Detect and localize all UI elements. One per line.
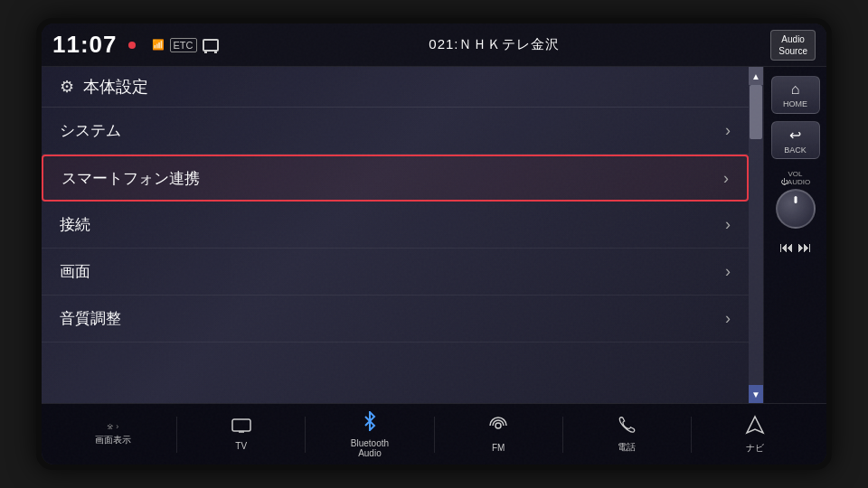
bluetooth-icon — [362, 411, 378, 436]
fm-label: FM — [492, 443, 505, 453]
phone-icon — [618, 416, 636, 438]
right-sidebar: ⌂ HOME ↩ BACK VOL ⏻AUDIO ⏮ ⏭ — [763, 67, 826, 403]
chevron-right-icon: › — [725, 215, 731, 234]
media-controls: ⏮ ⏭ — [779, 239, 812, 256]
bottom-nav: ※ › 画面表示 TV Bluetooth Audio — [42, 403, 826, 465]
back-button[interactable]: ↩ BACK — [771, 121, 820, 159]
car-display-frame: 11:07 📶 ETC 021:ＮＨＫテレ金沢 Audio Source ⚙ 本… — [36, 18, 832, 470]
bluetooth-audio-label: Bluetooth Audio — [351, 438, 389, 458]
scroll-down-button[interactable]: ▼ — [749, 385, 763, 403]
scroll-up-button[interactable]: ▲ — [749, 67, 763, 85]
svg-rect-0 — [232, 419, 250, 431]
menu-item-system[interactable]: システム › — [42, 108, 749, 155]
status-dot — [128, 42, 136, 49]
chevron-right-icon: › — [725, 309, 731, 328]
chevron-right-icon: › — [725, 262, 731, 281]
back-label: BACK — [784, 145, 807, 155]
menu-item-screen-label: 画面 — [60, 261, 90, 282]
phone-label: 電話 — [618, 441, 636, 454]
gear-icon: ⚙ — [60, 77, 74, 97]
scroll-track — [749, 85, 763, 385]
svg-point-2 — [495, 423, 501, 428]
navi-icon — [745, 415, 765, 439]
antenna-icon: 📶 — [152, 39, 165, 51]
scroll-thumb[interactable] — [750, 85, 762, 139]
menu-item-sound-label: 音質調整 — [60, 308, 121, 329]
menu-area: ⚙ 本体設定 システム › スマートフォン連携 › 接続 › — [42, 67, 749, 403]
menu-item-connection[interactable]: 接続 › — [42, 202, 749, 249]
navi-label: ナビ — [746, 442, 764, 455]
chevron-right-icon: › — [725, 121, 731, 140]
nav-fm[interactable]: FM — [435, 412, 562, 456]
home-icon: ⌂ — [791, 81, 800, 98]
tv-status-icon — [203, 39, 219, 52]
volume-control: VOL ⏻AUDIO — [776, 170, 816, 229]
nav-screen-display[interactable]: ※ › 画面表示 — [49, 418, 176, 450]
channel-info: 021:ＮＨＫテレ金沢 — [230, 36, 760, 53]
audio-source-button[interactable]: Audio Source — [770, 30, 816, 61]
main-content: ⚙ 本体設定 システム › スマートフォン連携 › 接続 › — [42, 67, 826, 403]
home-label: HOME — [783, 99, 807, 108]
menu-item-screen[interactable]: 画面 › — [42, 249, 749, 296]
screen-display-label: 画面表示 — [95, 434, 131, 446]
menu-item-smartphone-label: スマートフォン連携 — [61, 168, 200, 189]
menu-item-smartphone[interactable]: スマートフォン連携 › — [42, 155, 749, 202]
home-button[interactable]: ⌂ HOME — [771, 76, 820, 114]
tv-label: TV — [235, 441, 247, 451]
clock: 11:07 — [52, 31, 118, 59]
screen-display-prefix: ※ › — [107, 422, 119, 431]
prev-button[interactable]: ⏮ — [779, 239, 794, 256]
tv-icon — [231, 418, 251, 438]
menu-item-sound[interactable]: 音質調整 › — [42, 296, 749, 343]
chevron-right-icon: › — [723, 169, 729, 188]
nav-navi[interactable]: ナビ — [692, 411, 819, 458]
status-icons: 📶 ETC — [152, 38, 219, 52]
status-bar: 11:07 📶 ETC 021:ＮＨＫテレ金沢 Audio Source — [42, 23, 826, 67]
menu-item-system-label: システム — [60, 120, 121, 141]
back-icon: ↩ — [789, 127, 801, 144]
next-button[interactable]: ⏭ — [797, 239, 812, 256]
nav-tv[interactable]: TV — [177, 414, 305, 455]
screen: 11:07 📶 ETC 021:ＮＨＫテレ金沢 Audio Source ⚙ 本… — [42, 23, 826, 465]
scrollbar: ▲ ▼ — [749, 67, 763, 403]
section-title: 本体設定 — [83, 76, 148, 98]
volume-knob[interactable] — [776, 189, 816, 229]
menu-list: システム › スマートフォン連携 › 接続 › 画面 › — [42, 108, 749, 403]
etc-label: ETC — [170, 38, 197, 52]
section-header: ⚙ 本体設定 — [42, 67, 749, 108]
nav-phone[interactable]: 電話 — [563, 412, 691, 457]
menu-item-connection-label: 接続 — [60, 214, 90, 235]
svg-marker-3 — [747, 417, 763, 433]
vol-label: VOL ⏻AUDIO — [780, 170, 810, 186]
nav-bluetooth-audio[interactable]: Bluetooth Audio — [306, 408, 433, 462]
fm-icon — [488, 416, 508, 440]
